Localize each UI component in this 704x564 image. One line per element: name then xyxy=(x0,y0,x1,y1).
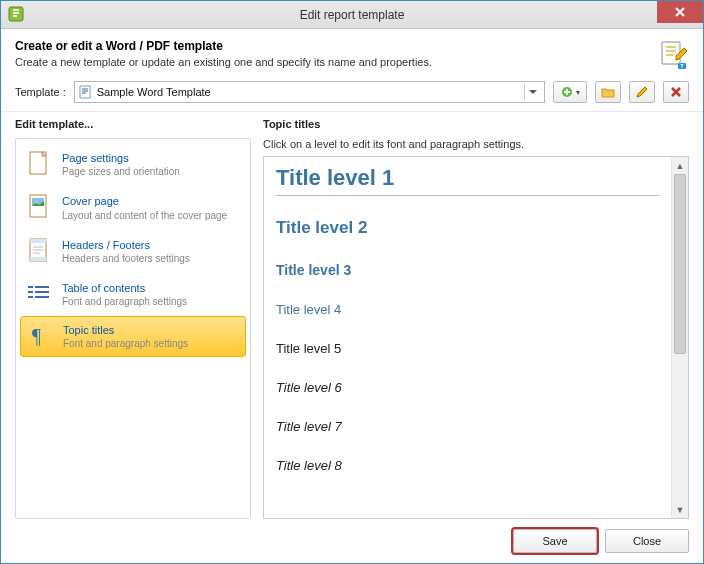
title-levels-box: Title level 1 Title level 2 Title level … xyxy=(263,156,689,519)
right-panel: Topic titles Click on a level to edit it… xyxy=(263,118,689,519)
headerfooter-icon xyxy=(26,238,52,264)
right-instruction: Click on a level to edit its font and pa… xyxy=(263,138,689,150)
title-levels-list: Title level 1 Title level 2 Title level … xyxy=(264,157,671,518)
title-level-4[interactable]: Title level 4 xyxy=(276,298,659,323)
header-heading: Create or edit a Word / PDF template xyxy=(15,39,657,53)
template-selected-text: Sample Word Template xyxy=(97,86,524,98)
nav-item-table-of-contents[interactable]: Table of contents Font and paragraph set… xyxy=(16,273,250,316)
delete-button[interactable] xyxy=(663,81,689,103)
svg-rect-18 xyxy=(35,296,49,298)
right-panel-title: Topic titles xyxy=(263,118,689,130)
svg-rect-17 xyxy=(28,296,33,298)
window-title: Edit report template xyxy=(1,8,703,22)
chevron-down-icon: ▾ xyxy=(576,88,580,97)
nav-sub: Page sizes and orientation xyxy=(62,165,180,178)
save-button[interactable]: Save xyxy=(513,529,597,553)
nav-sub: Layout and content of the cover page xyxy=(62,209,227,222)
nav-label: Table of contents xyxy=(62,281,187,295)
nav-sub: Font and paragraph settings xyxy=(63,337,188,350)
scroll-up-arrow-icon[interactable]: ▲ xyxy=(672,157,688,174)
svg-rect-15 xyxy=(28,291,33,293)
cover-icon xyxy=(26,194,52,220)
nav-item-page-settings[interactable]: Page settings Page sizes and orientation xyxy=(16,143,250,186)
template-toolbar: Template : Sample Word Template ▾ xyxy=(1,77,703,112)
open-folder-button[interactable] xyxy=(595,81,621,103)
template-dropdown[interactable]: Sample Word Template xyxy=(74,81,545,103)
scroll-thumb[interactable] xyxy=(674,174,686,354)
template-edit-icon: T xyxy=(657,39,689,71)
template-label: Template : xyxy=(15,86,66,98)
svg-rect-14 xyxy=(35,286,49,288)
titlebar: Edit report template xyxy=(1,1,703,29)
title-level-2[interactable]: Title level 2 xyxy=(276,214,659,244)
pilcrow-icon: ¶ xyxy=(27,323,53,349)
title-level-6[interactable]: Title level 6 xyxy=(276,376,659,401)
nav-label: Cover page xyxy=(62,194,227,208)
svg-rect-1 xyxy=(662,42,680,64)
nav-item-cover-page[interactable]: Cover page Layout and content of the cov… xyxy=(16,186,250,229)
new-template-button[interactable]: ▾ xyxy=(553,81,587,103)
header-subtext: Create a new template or update an exist… xyxy=(15,56,657,68)
nav-item-headers-footers[interactable]: Headers / Footers Headers and footers se… xyxy=(16,230,250,273)
main-area: Edit template... Page settings Page size… xyxy=(1,112,703,519)
edit-pencil-button[interactable] xyxy=(629,81,655,103)
edit-report-template-window: Edit report template Create or edit a Wo… xyxy=(0,0,704,564)
nav-sub: Font and paragraph settings xyxy=(62,295,187,308)
toc-icon xyxy=(26,281,52,307)
vertical-scrollbar[interactable]: ▲ ▼ xyxy=(671,157,688,518)
nav-label: Topic titles xyxy=(63,323,188,337)
svg-rect-16 xyxy=(35,291,49,293)
window-close-button[interactable] xyxy=(657,1,703,23)
svg-rect-12 xyxy=(30,257,46,261)
title-level-1[interactable]: Title level 1 xyxy=(276,161,659,196)
nav-label: Page settings xyxy=(62,151,180,165)
title-level-5[interactable]: Title level 5 xyxy=(276,337,659,362)
dropdown-caret-icon xyxy=(524,83,540,101)
close-button[interactable]: Close xyxy=(605,529,689,553)
left-panel-title: Edit template... xyxy=(15,118,251,130)
left-panel: Edit template... Page settings Page size… xyxy=(15,118,251,519)
footer: Save Close xyxy=(1,519,703,563)
header-text: Create or edit a Word / PDF template Cre… xyxy=(15,39,657,71)
app-icon xyxy=(7,5,27,25)
word-doc-icon xyxy=(79,85,93,99)
title-level-3[interactable]: Title level 3 xyxy=(276,258,659,284)
svg-rect-0 xyxy=(9,7,23,21)
nav-label: Headers / Footers xyxy=(62,238,190,252)
page-icon xyxy=(26,151,52,177)
scroll-down-arrow-icon[interactable]: ▼ xyxy=(672,501,688,518)
title-level-7[interactable]: Title level 7 xyxy=(276,415,659,440)
nav-box: Page settings Page sizes and orientation… xyxy=(15,138,251,519)
svg-text:¶: ¶ xyxy=(32,325,41,347)
svg-text:T: T xyxy=(680,63,683,69)
nav-item-topic-titles[interactable]: ¶ Topic titles Font and paragraph settin… xyxy=(20,316,246,357)
svg-rect-13 xyxy=(28,286,33,288)
scroll-track[interactable] xyxy=(672,174,688,501)
svg-rect-4 xyxy=(80,86,90,98)
title-level-8[interactable]: Title level 8 xyxy=(276,454,659,479)
nav-sub: Headers and footers settings xyxy=(62,252,190,265)
header-pane: Create or edit a Word / PDF template Cre… xyxy=(1,29,703,77)
svg-rect-11 xyxy=(30,239,46,243)
